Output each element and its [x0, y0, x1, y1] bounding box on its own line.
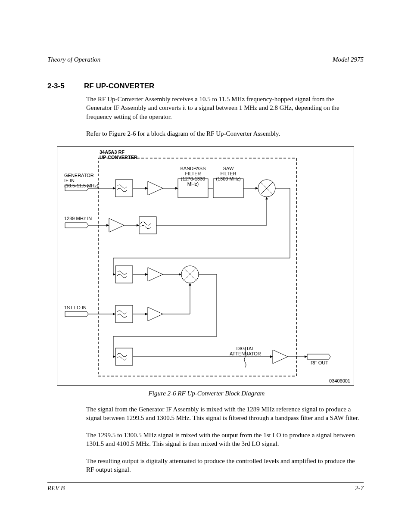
- gen-if-in-sub: IF IN: [64, 178, 75, 183]
- block-diagram-figure: GENERATOR IF IN (10.5-11.5 MHz) 1289 MHz…: [57, 146, 354, 386]
- rf-out-port: [307, 354, 330, 359]
- filter-ref: [139, 217, 156, 234]
- ref-in-label: 1289 MHz IN: [64, 216, 92, 221]
- filter-lo1: [115, 305, 148, 323]
- header-title: Theory of Operation: [47, 56, 100, 63]
- gen-if-in-label: GENERATOR IF IN (10.5-11.5 MHz): [64, 173, 98, 188]
- footer-page: 2-7: [355, 485, 364, 492]
- gen-if-in-range: (10.5-11.5 MHz): [64, 183, 98, 188]
- section-title: RF UP-CONVERTER: [84, 82, 154, 90]
- rf-out-label: RF OUT: [311, 360, 328, 365]
- ref-1289-in-port: [65, 223, 109, 228]
- header-model: Model 2975: [333, 56, 364, 63]
- box-title-label: 34A5A3 RF UP-CONVERTER: [100, 149, 137, 160]
- gen-if-in-title: GENERATOR: [64, 173, 94, 178]
- lo1-in-label: 1ST LO IN: [64, 305, 87, 310]
- page-footer: REV B 2-7: [47, 482, 364, 492]
- filter-block-2: [115, 266, 148, 283]
- body-para-5: The resulting output is digitally attenu…: [86, 457, 361, 474]
- saw-label: SAW FILTER (1300 MHz): [213, 166, 243, 181]
- mixer-1: [258, 180, 275, 197]
- atten-label: DIGITAL ATTENUATOR: [230, 346, 261, 356]
- body-para-4: The 1299.5 to 1300.5 MHz signal is mixed…: [86, 431, 361, 448]
- figure-caption: Figure 2-6 RF Up-Converter Block Diagram: [57, 390, 356, 397]
- lo1-in-port: [65, 311, 115, 317]
- header-rule: [47, 73, 364, 73]
- svg-rect-7: [213, 179, 243, 198]
- amplifier-1: [148, 181, 178, 195]
- output-amplifier: [273, 350, 288, 364]
- page-header: Theory of Operation Model 2975: [47, 56, 364, 73]
- saw-filter-block: [213, 179, 258, 198]
- filter-block-3: [115, 348, 133, 365]
- drawing-id: 03406001: [329, 378, 350, 383]
- mixer-2: [181, 266, 199, 283]
- footer-rule: [47, 482, 364, 483]
- amplifier-2: [148, 268, 181, 281]
- footer-rev: REV B: [47, 485, 65, 492]
- svg-rect-0: [98, 158, 296, 376]
- body-para-1: The RF Up-Converter Assembly receives a …: [86, 95, 361, 121]
- section-number: 2-3-5: [47, 82, 65, 90]
- filter-block-1: [115, 180, 148, 197]
- body-para-2: Refer to Figure 2-6 for a block diagram …: [86, 129, 361, 138]
- amplifier-lo1: [148, 307, 163, 321]
- amplifier-ref: [109, 218, 139, 232]
- bpf-label: BANDPASS FILTER (1270-1330 MHz): [177, 166, 209, 187]
- body-para-3: The signal from the Generator IF Assembl…: [86, 405, 361, 423]
